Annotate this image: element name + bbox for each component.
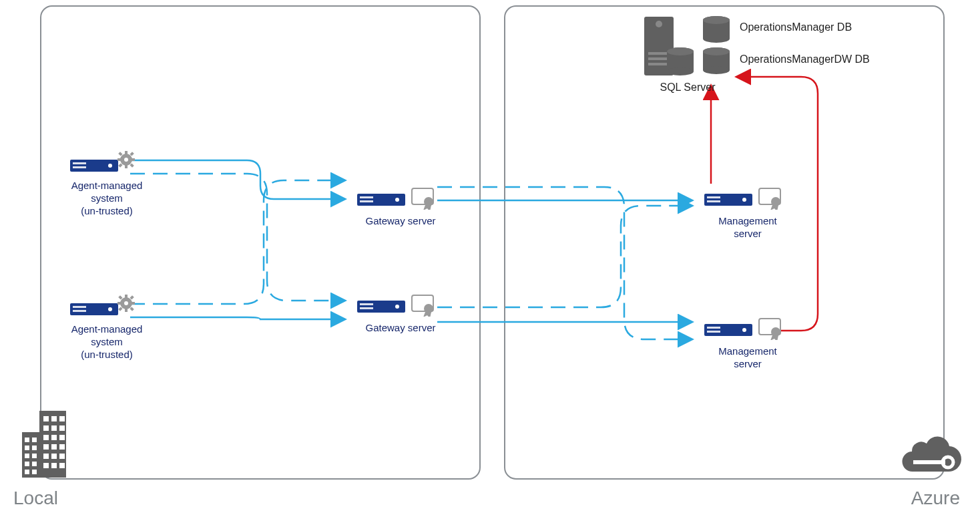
- svg-point-100: [703, 47, 730, 55]
- svg-point-92: [667, 47, 694, 55]
- svg-point-99: [703, 66, 730, 74]
- cloud-icon: [901, 431, 965, 480]
- svg-rect-3: [51, 416, 57, 421]
- svg-rect-54: [117, 302, 121, 305]
- gateway-server-1: Gateway server: [347, 187, 454, 228]
- svg-rect-19: [59, 463, 65, 468]
- sql-server-icon: [644, 13, 738, 83]
- svg-rect-1: [22, 432, 39, 478]
- svg-rect-28: [25, 470, 29, 474]
- svg-rect-42: [118, 152, 122, 156]
- ops-manager-db-label: OperationsManager DB: [740, 21, 852, 33]
- svg-rect-8: [43, 435, 49, 440]
- gateway-server-2: Gateway server: [347, 294, 454, 335]
- svg-point-75: [742, 198, 746, 202]
- svg-rect-80: [707, 331, 720, 333]
- svg-rect-57: [130, 295, 134, 299]
- svg-rect-13: [59, 444, 65, 450]
- svg-rect-85: [648, 52, 670, 55]
- svg-rect-48: [73, 310, 86, 312]
- svg-rect-56: [118, 295, 122, 299]
- gw2-label: Gateway server: [347, 322, 454, 335]
- ops-manager-dw-db-label: OperationsManagerDW DB: [740, 53, 870, 65]
- agent-managed-system-2: Agent-managed system (un-trusted): [53, 294, 160, 361]
- agent-managed-system-1: Agent-managed system (un-trusted): [53, 150, 160, 217]
- svg-rect-18: [51, 463, 57, 468]
- local-region-box: [40, 5, 481, 480]
- svg-rect-24: [25, 454, 29, 458]
- svg-point-51: [124, 301, 128, 305]
- svg-rect-21: [32, 438, 37, 442]
- svg-rect-22: [25, 446, 29, 450]
- svg-point-77: [771, 197, 780, 206]
- svg-rect-10: [59, 435, 65, 440]
- svg-rect-47: [73, 306, 86, 308]
- svg-rect-62: [360, 200, 373, 202]
- management-server-1: Management server: [694, 187, 801, 240]
- agent1-label: Agent-managed system (un-trusted): [53, 180, 160, 217]
- management-server-2: Management server: [694, 317, 801, 371]
- svg-rect-73: [707, 196, 720, 198]
- svg-rect-7: [59, 425, 65, 431]
- svg-rect-59: [130, 307, 134, 311]
- svg-rect-67: [360, 303, 373, 305]
- agent2-label: Agent-managed system (un-trusted): [53, 323, 160, 361]
- svg-rect-53: [125, 308, 128, 312]
- svg-rect-27: [32, 462, 37, 466]
- svg-rect-11: [43, 444, 49, 450]
- svg-rect-33: [73, 162, 86, 164]
- svg-rect-6: [51, 425, 57, 431]
- svg-rect-23: [32, 446, 37, 450]
- svg-point-88: [656, 21, 662, 27]
- svg-rect-4: [59, 416, 65, 421]
- svg-rect-58: [118, 307, 122, 311]
- svg-rect-29: [32, 470, 37, 474]
- svg-rect-34: [73, 166, 86, 168]
- svg-point-71: [424, 304, 433, 313]
- svg-rect-61: [360, 196, 373, 198]
- svg-rect-86: [648, 57, 670, 60]
- sql-server-label: SQL Server: [654, 81, 721, 94]
- svg-point-83: [771, 327, 780, 337]
- gw1-label: Gateway server: [347, 215, 454, 228]
- svg-rect-25: [32, 454, 37, 458]
- svg-rect-5: [43, 425, 49, 431]
- svg-rect-26: [25, 462, 29, 466]
- svg-point-81: [742, 328, 746, 332]
- svg-rect-40: [117, 158, 121, 161]
- svg-point-63: [395, 198, 399, 202]
- svg-rect-20: [25, 438, 29, 442]
- svg-point-96: [703, 16, 730, 24]
- svg-point-65: [424, 197, 433, 206]
- svg-rect-55: [131, 302, 135, 305]
- svg-rect-68: [360, 307, 373, 309]
- svg-rect-87: [648, 63, 670, 65]
- svg-rect-79: [707, 327, 720, 329]
- svg-point-35: [108, 164, 112, 168]
- svg-point-69: [395, 305, 399, 309]
- svg-rect-31: [913, 460, 945, 464]
- svg-rect-44: [118, 163, 122, 167]
- svg-rect-38: [125, 151, 128, 155]
- svg-rect-2: [43, 416, 49, 421]
- svg-point-91: [667, 67, 694, 75]
- svg-rect-9: [51, 435, 57, 440]
- svg-point-37: [124, 158, 128, 162]
- svg-rect-74: [707, 200, 720, 202]
- svg-point-95: [703, 35, 730, 43]
- svg-rect-43: [130, 152, 134, 156]
- azure-region-label: Azure: [911, 488, 960, 509]
- svg-rect-14: [43, 454, 49, 459]
- local-region-label: Local: [13, 488, 58, 509]
- svg-rect-52: [125, 295, 128, 299]
- svg-rect-39: [125, 164, 128, 168]
- mgmt2-label: Management server: [694, 345, 801, 371]
- building-icon: [17, 411, 73, 480]
- svg-rect-16: [59, 454, 65, 459]
- svg-point-49: [108, 307, 112, 311]
- mgmt1-label: Management server: [694, 215, 801, 240]
- svg-rect-41: [131, 158, 135, 161]
- svg-rect-17: [43, 463, 49, 468]
- svg-rect-45: [130, 163, 134, 167]
- svg-rect-15: [51, 454, 57, 459]
